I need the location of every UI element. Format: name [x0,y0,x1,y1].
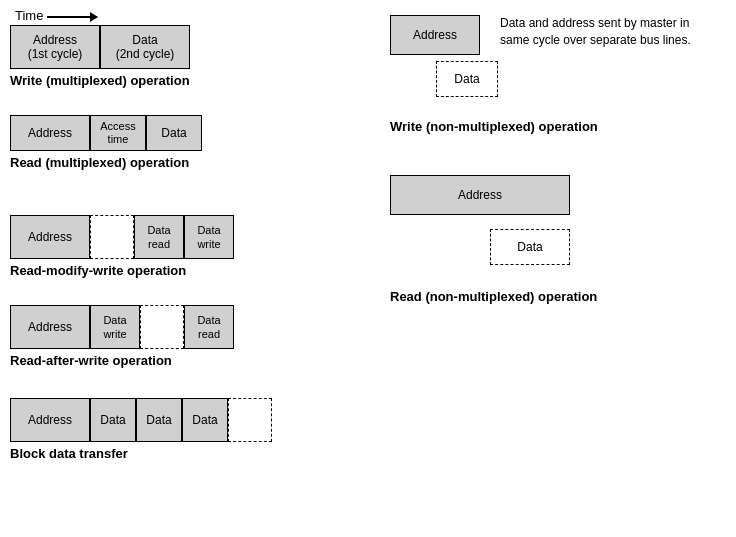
raw-gap-box [140,305,184,349]
read-mux-boxes: Address Access time Data [10,115,202,151]
time-label: Time [15,8,43,23]
rmw-gap-box [90,215,134,259]
read-mux-data-box: Data [146,115,202,151]
diagram-container: Time Address (1st cycle) Data (2nd cycle… [0,0,736,537]
bdt-data3-box: Data [182,398,228,442]
write-mux-address-box: Address (1st cycle) [10,25,100,69]
read-nonmux-data-box: Data [490,229,570,265]
raw-data-read-box: Data read [184,305,234,349]
read-mux-label: Read (multiplexed) operation [10,155,202,170]
write-nonmux-data-box: Data [436,61,498,97]
raw-boxes: Address Data write Data read [10,305,234,349]
read-nonmux-label: Read (non-multiplexed) operation [390,289,620,304]
read-mux-diagram: Address Access time Data Read (multiplex… [10,115,202,170]
read-nonmux-boxes: Address Data [390,175,620,285]
rmw-label: Read-modify-write operation [10,263,234,278]
read-mux-access-box: Access time [90,115,146,151]
rmw-diagram: Address Data read Data write Read-modify… [10,215,234,278]
raw-data-write-box: Data write [90,305,140,349]
raw-address-box: Address [10,305,90,349]
write-nonmux-boxes: Address Data Data and address sent by ma… [390,15,590,115]
write-nonmux-diagram: Address Data Data and address sent by ma… [390,15,598,134]
rmw-data-read-box: Data read [134,215,184,259]
write-nonmux-address-box: Address [390,15,480,55]
arrow-line [47,16,97,18]
bdt-label: Block data transfer [10,446,272,461]
write-nonmux-desc: Data and address sent by master in same … [500,15,700,49]
bdt-diagram: Address Data Data Data Block data transf… [10,398,272,461]
bdt-gap-box [228,398,272,442]
read-nonmux-diagram: Address Data Read (non-multiplexed) oper… [390,175,620,304]
raw-diagram: Address Data write Data read Read-after-… [10,305,234,368]
write-mux-diagram: Address (1st cycle) Data (2nd cycle) Wri… [10,25,190,88]
rmw-data-write-box: Data write [184,215,234,259]
raw-label: Read-after-write operation [10,353,234,368]
write-mux-label: Write (multiplexed) operation [10,73,190,88]
time-arrow: Time [15,8,97,23]
read-mux-address-box: Address [10,115,90,151]
write-nonmux-label: Write (non-multiplexed) operation [390,119,598,134]
rmw-boxes: Address Data read Data write [10,215,234,259]
rmw-address-box: Address [10,215,90,259]
write-mux-boxes: Address (1st cycle) Data (2nd cycle) [10,25,190,69]
bdt-address-box: Address [10,398,90,442]
bdt-data1-box: Data [90,398,136,442]
bdt-data2-box: Data [136,398,182,442]
read-nonmux-address-box: Address [390,175,570,215]
bdt-boxes: Address Data Data Data [10,398,272,442]
write-mux-data-box: Data (2nd cycle) [100,25,190,69]
